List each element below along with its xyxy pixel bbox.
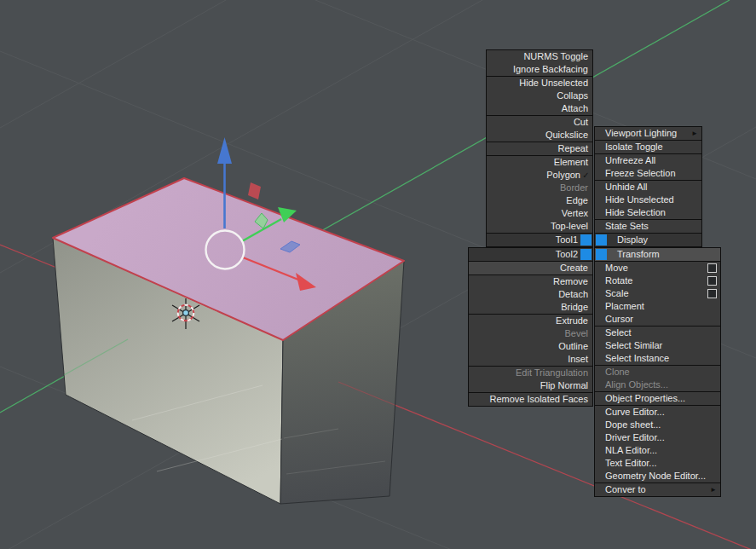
menu-item-hide-selection[interactable]: Hide Selection [595, 206, 701, 219]
menu-item-select-instance[interactable]: Select Instance [595, 352, 720, 365]
quad-title-display[interactable]: Display [595, 234, 701, 246]
menu-item-text-editor[interactable]: Text Editor... [595, 457, 720, 470]
quad-title-tool1[interactable]: Tool1 [487, 234, 592, 246]
menu-item-label: Isolate Toggle [605, 141, 663, 153]
menu-item-label: Geometry Node Editor... [605, 470, 706, 483]
quad-title-label: Tool2 [556, 248, 578, 261]
quad-title-tool2[interactable]: Tool2 [469, 248, 592, 261]
menu-item-label: Scale [605, 287, 629, 300]
quad-title-label: Transform [617, 248, 660, 261]
menu-item-label: Select [605, 327, 632, 339]
menu-item-create[interactable]: Create [469, 262, 592, 274]
menu-item-isolate-toggle[interactable]: Isolate Toggle [595, 141, 701, 153]
menu-item-quickslice[interactable]: Quickslice [487, 129, 592, 142]
menu-item-freeze-selection[interactable]: Freeze Selection [595, 167, 701, 180]
menu-item-label: Align Objects... [605, 379, 668, 391]
menu-item-label: NURMS Toggle [523, 50, 588, 63]
menu-item-scale[interactable]: Scale [595, 287, 720, 300]
menu-item-label: Hide Unselected [605, 194, 674, 206]
3d-cursor-center-dot [183, 310, 189, 316]
quad-transform-menu: Transform Move Rotate Scale Placment Cur… [594, 247, 721, 497]
menu-item-label: Curve Editor... [605, 406, 665, 419]
menu-item-bridge[interactable]: Bridge [469, 301, 592, 314]
menu-item-select[interactable]: Select [595, 327, 720, 339]
menu-item-label: Remove Isolated Faces [489, 393, 588, 406]
menu-item-top-level[interactable]: Top-level [487, 220, 592, 233]
menu-item-label: Placment [605, 300, 644, 313]
menu-item-label: State Sets [605, 220, 649, 233]
menu-item-conver-to[interactable]: Conver to► [595, 483, 720, 496]
menu-item-clone: Clone [595, 366, 720, 379]
menu-item-repeat[interactable]: Repeat [487, 142, 592, 155]
menu-item-label: Remove [553, 275, 588, 288]
menu-item-remove-isolated-faces[interactable]: Remove Isolated Faces [469, 393, 592, 406]
menu-item-label: Bevel [564, 327, 588, 340]
menu-item-border: Border [487, 182, 592, 194]
menu-item-label: Select Similar [605, 339, 662, 352]
menu-item-label: Move [605, 262, 628, 274]
menu-item-dope-sheet[interactable]: Dope sheet... [595, 419, 720, 431]
menu-item-flip-normal[interactable]: Flip Normal [469, 379, 592, 392]
gizmo-z-arrowhead-icon[interactable] [217, 137, 232, 164]
menu-item-placment[interactable]: Placment [595, 300, 720, 313]
menu-item-vertex[interactable]: Vertex [487, 207, 592, 220]
menu-item-label: Edit Triangulation [516, 367, 588, 379]
menu-item-label: Detach [558, 288, 588, 301]
menu-item-state-sets[interactable]: State Sets [595, 220, 701, 233]
menu-item-label: Flip Normal [540, 379, 588, 392]
menu-item-cursor[interactable]: Cursor [595, 313, 720, 326]
menu-item-remove[interactable]: Remove [469, 275, 592, 288]
menu-item-hide-unselected-2[interactable]: Hide Unselected [595, 194, 701, 206]
menu-item-label: Repeat [558, 142, 588, 155]
menu-item-edit-triangulation: Edit Triangulation [469, 367, 592, 379]
menu-item-nla-editor[interactable]: NLA Editor... [595, 444, 720, 457]
menu-item-unhide-all[interactable]: Unhide All [595, 181, 701, 194]
quad-title-label: Tool1 [556, 234, 578, 246]
quad-tools2-menu: Tool2 Create Remove Detach Bridge Extrud… [468, 247, 593, 407]
settings-box-icon[interactable] [707, 263, 717, 273]
menu-item-edge[interactable]: Edge [487, 194, 592, 207]
menu-item-outline[interactable]: Outline [469, 340, 592, 353]
settings-box-icon[interactable] [707, 276, 717, 286]
menu-item-rotate[interactable]: Rotate [595, 274, 720, 287]
menu-item-viewport-lighting[interactable]: Viewport Lighting► [595, 127, 701, 140]
menu-item-cut[interactable]: Cut [487, 116, 592, 129]
menu-item-extrude[interactable]: Extrude [469, 315, 592, 327]
menu-item-detach[interactable]: Detach [469, 288, 592, 301]
menu-item-label: Border [560, 182, 588, 194]
menu-item-label: Bridge [561, 301, 588, 314]
menu-item-label: Create [560, 262, 588, 274]
menu-item-object-properties[interactable]: Object Properties... [595, 392, 720, 405]
quad-title-transform[interactable]: Transform [595, 248, 720, 261]
menu-item-label: Object Properties... [605, 392, 685, 405]
menu-item-collaps[interactable]: Collaps [487, 90, 592, 102]
submenu-arrow-icon: ► [710, 483, 717, 496]
menu-item-align-objects: Align Objects... [595, 379, 720, 391]
menu-item-geometry-node-editor[interactable]: Geometry Node Editor... [595, 470, 720, 483]
menu-item-label: Top-level [551, 220, 588, 233]
menu-item-ignore-backfacing[interactable]: Ignore Backfacing [487, 63, 592, 76]
settings-box-icon[interactable] [707, 289, 717, 298]
quad-badge-icon [580, 234, 592, 246]
menu-item-hide-unselected[interactable]: Hide Unselected [487, 77, 592, 90]
menu-item-label: Unhide All [605, 181, 648, 194]
menu-item-label: Dope sheet... [605, 419, 661, 431]
menu-item-element[interactable]: Element [487, 156, 592, 169]
menu-item-curve-editor[interactable]: Curve Editor... [595, 406, 720, 419]
menu-item-nurms-toggle[interactable]: NURMS Toggle [487, 50, 592, 63]
quad-title-label: Display [617, 234, 648, 246]
menu-item-polygon[interactable]: Polygon✓ [487, 169, 592, 182]
menu-item-move[interactable]: Move [595, 262, 720, 274]
menu-item-label: Viewport Lighting [605, 127, 677, 140]
menu-item-label: Select Instance [605, 352, 669, 365]
menu-item-attach[interactable]: Attach [487, 102, 592, 115]
menu-item-inset[interactable]: Inset [469, 353, 592, 366]
menu-item-label: Cut [574, 116, 588, 129]
menu-item-label: Rotate [605, 274, 632, 287]
menu-item-label: Polygon [546, 169, 580, 182]
menu-item-select-similar[interactable]: Select Similar [595, 339, 720, 352]
menu-item-driver-editor[interactable]: Driver Editor... [595, 431, 720, 444]
gizmo-plane-handle-x[interactable] [248, 182, 261, 199]
menu-item-label: Hide Unselected [519, 77, 588, 90]
menu-item-unfreeze-all[interactable]: Unfreeze All [595, 154, 701, 167]
